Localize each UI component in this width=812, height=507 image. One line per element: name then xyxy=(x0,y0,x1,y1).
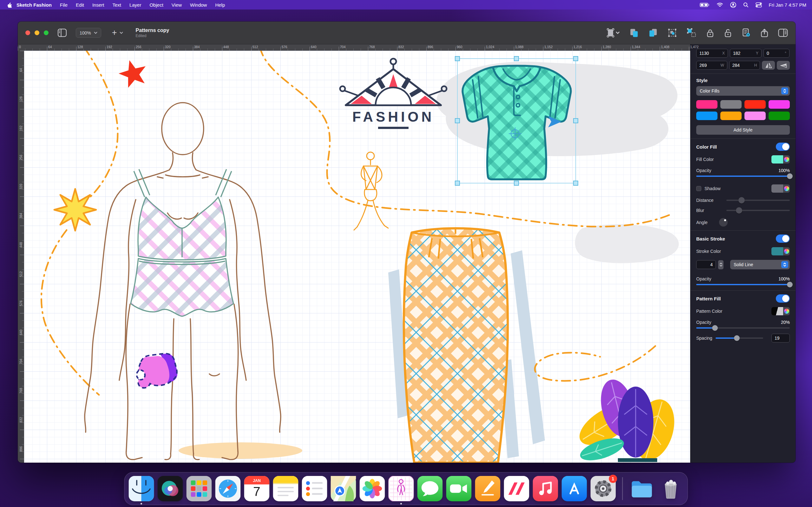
pattern-fill-toggle[interactable] xyxy=(776,294,790,302)
shadow-distance-label: Distance xyxy=(696,198,726,203)
shadow-blur-slider[interactable] xyxy=(726,210,790,211)
pattern-spacing-slider[interactable] xyxy=(716,337,763,339)
menu-text[interactable]: Text xyxy=(112,2,121,8)
dock-item-news-icon[interactable] xyxy=(504,476,529,501)
stroke-width-field[interactable]: 4 xyxy=(696,260,716,269)
menu-view[interactable]: View xyxy=(171,2,182,8)
pattern-spacing-field[interactable]: 19 xyxy=(771,334,790,343)
menu-object[interactable]: Object xyxy=(149,2,163,8)
height-field[interactable]: 284H xyxy=(729,61,760,70)
dock-item-launchpad-icon[interactable] xyxy=(187,476,212,501)
group-icon[interactable] xyxy=(667,28,677,38)
menu-help[interactable]: Help xyxy=(215,2,225,8)
dock-item-messages-icon[interactable] xyxy=(417,476,443,501)
yellow-starburst-shape[interactable] xyxy=(54,189,96,231)
shadow-angle-knob[interactable] xyxy=(719,218,728,227)
wifi-icon[interactable] xyxy=(716,2,723,7)
ungroup-icon[interactable] xyxy=(687,28,697,38)
dock-item-facetime-icon[interactable] xyxy=(446,476,472,501)
menu-layer[interactable]: Layer xyxy=(130,2,142,8)
canvas[interactable]: FASHION xyxy=(24,51,690,463)
dock-item-folder-icon[interactable] xyxy=(629,476,655,501)
search-icon[interactable] xyxy=(743,2,749,8)
style-color-swatch[interactable] xyxy=(768,112,790,120)
menu-clock[interactable]: Fri Jan 7 4:57 PM xyxy=(769,2,806,8)
fill-type-dropdown[interactable]: Color Fills xyxy=(696,86,790,96)
style-color-swatch[interactable] xyxy=(720,100,742,109)
apple-menu-icon[interactable] xyxy=(7,2,12,8)
control-center-icon[interactable] xyxy=(756,2,762,8)
dock-item-maps-icon[interactable] xyxy=(331,476,356,501)
pattern-opacity-slider[interactable] xyxy=(696,327,790,329)
dock-item-safari-icon[interactable] xyxy=(215,476,241,501)
color-fill-toggle[interactable] xyxy=(776,143,790,151)
account-icon[interactable] xyxy=(730,2,736,8)
dock-item-trash-icon[interactable] xyxy=(658,476,683,501)
style-color-swatch[interactable] xyxy=(745,100,766,109)
panel-toggle-icon[interactable] xyxy=(778,29,788,37)
fill-opacity-slider[interactable] xyxy=(696,176,790,177)
style-color-swatch[interactable] xyxy=(696,100,717,109)
x-position-field[interactable]: 1130X xyxy=(696,49,728,58)
fashion-logo[interactable]: FASHION xyxy=(340,59,447,129)
close-button[interactable] xyxy=(26,31,30,35)
dock-item-calendar-icon[interactable]: JAN7 xyxy=(244,476,270,501)
shadow-checkbox[interactable] xyxy=(696,186,701,191)
titlebar: 100% + Patterns copy Edited xyxy=(18,21,796,44)
stroke-width-stepper[interactable] xyxy=(718,260,723,269)
dock-item-music-icon[interactable] xyxy=(533,476,558,501)
dock-item-finder-icon[interactable] xyxy=(129,476,154,501)
menu-app-name[interactable]: Sketch Fashion xyxy=(16,2,52,8)
stroke-opacity-value: 100% xyxy=(778,276,790,281)
pattern-color-well[interactable] xyxy=(771,307,790,315)
dock-item-notes-icon[interactable] xyxy=(273,476,299,501)
width-field[interactable]: 269W xyxy=(696,61,727,70)
menu-edit[interactable]: Edit xyxy=(76,2,84,8)
battery-icon[interactable] xyxy=(700,3,710,7)
add-style-button[interactable]: Add Style xyxy=(696,125,790,135)
style-color-swatch[interactable] xyxy=(720,112,742,120)
plaid-skirt[interactable] xyxy=(404,228,508,463)
copy-style-icon[interactable] xyxy=(629,28,639,38)
stroke-opacity-slider[interactable] xyxy=(696,284,790,285)
insert-frame-icon[interactable] xyxy=(606,28,620,38)
style-color-swatch[interactable] xyxy=(696,112,717,120)
line-style-dropdown[interactable]: Solid Line xyxy=(730,260,790,269)
mini-croquis-figure[interactable] xyxy=(354,152,388,230)
floor-shadow-shape[interactable] xyxy=(179,442,302,459)
lock-icon[interactable] xyxy=(706,29,714,38)
flip-vertical-button[interactable] xyxy=(777,61,790,70)
dock-item-settings-icon[interactable]: 1 xyxy=(591,476,616,501)
minimize-button[interactable] xyxy=(35,31,39,35)
fill-color-well[interactable] xyxy=(771,155,790,164)
insert-shape-button[interactable]: + xyxy=(112,29,123,37)
export-icon[interactable] xyxy=(742,28,751,38)
dock-item-reminders-icon[interactable] xyxy=(302,476,327,501)
dock-item-sketch-fashion-icon[interactable] xyxy=(389,476,414,501)
share-icon[interactable] xyxy=(760,29,768,38)
dock-item-app-store-icon[interactable] xyxy=(562,476,587,501)
rotation-field[interactable]: 0° xyxy=(763,49,790,58)
paste-style-icon[interactable] xyxy=(648,28,658,38)
unlock-icon[interactable] xyxy=(724,29,732,38)
zoom-window-button[interactable] xyxy=(44,31,49,35)
dock-item-siri-icon[interactable] xyxy=(158,476,183,501)
plaid-swimsuit[interactable] xyxy=(131,169,234,316)
style-color-swatch[interactable] xyxy=(768,100,790,109)
shadow-distance-slider[interactable] xyxy=(726,200,790,201)
red-star-shape[interactable] xyxy=(119,60,146,88)
style-color-swatch[interactable] xyxy=(745,112,766,120)
shadow-color-well[interactable] xyxy=(771,184,790,193)
sidebar-toggle-icon[interactable] xyxy=(57,29,67,37)
menu-insert[interactable]: Insert xyxy=(92,2,104,8)
dock-item-photos-icon[interactable] xyxy=(360,476,385,501)
dock-item-pages-icon[interactable] xyxy=(475,476,501,501)
flip-horizontal-button[interactable] xyxy=(762,61,775,70)
stroke-color-well[interactable] xyxy=(771,247,790,256)
basic-stroke-toggle[interactable] xyxy=(776,234,790,243)
y-position-field[interactable]: 182Y xyxy=(730,49,762,58)
zoom-level-dropdown[interactable]: 100% xyxy=(76,28,101,38)
menu-window[interactable]: Window xyxy=(190,2,207,8)
menu-file[interactable]: File xyxy=(60,2,67,8)
leaves-decoration[interactable] xyxy=(573,376,681,463)
